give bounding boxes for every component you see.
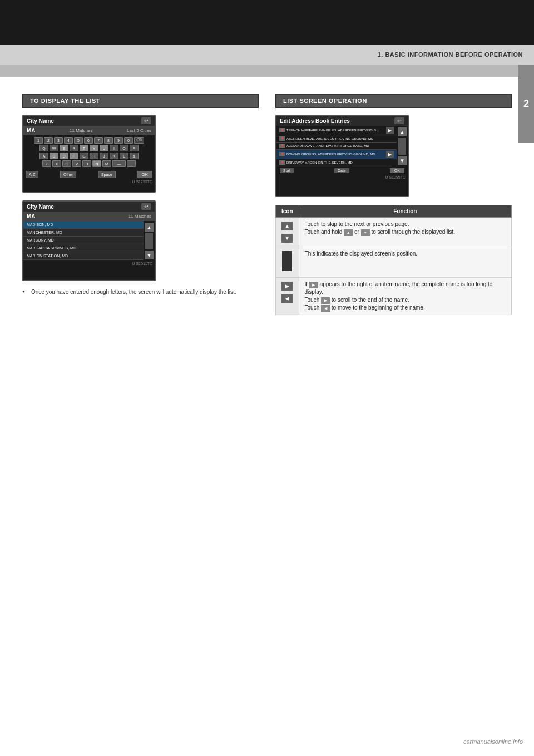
addr-type-icon: 📍 [279, 136, 285, 141]
addr-list-item[interactable]: 📍 ABERDEEN BLVD, ABERDEEN PROVING GROUND… [276, 135, 397, 143]
key-f[interactable]: F [70, 153, 78, 159]
right-scroll-icon: ▶ [281, 282, 293, 291]
right-icon-inline2: ▶ [321, 297, 330, 304]
back-button[interactable]: ↩ [141, 117, 151, 124]
date-button[interactable]: Date [334, 168, 349, 173]
down-arrow-icon: ▼ [281, 234, 293, 243]
key-d[interactable]: D [60, 153, 68, 159]
right-section-title: LIST SCREEN OPERATION [275, 94, 512, 108]
key-9[interactable]: 9 [114, 137, 123, 144]
key-x[interactable]: X [52, 160, 61, 167]
addr-scroll-indicator [398, 138, 406, 155]
list-with-scroll: MADISON, MD MANCHESTER, MD MARBURY, MD M… [23, 221, 155, 261]
key-5[interactable]: 5 [74, 137, 83, 144]
key-8[interactable]: 8 [104, 137, 113, 144]
key-t[interactable]: T [80, 145, 88, 151]
addr-text: DRIVEWAY, ARDEN-ON-THE-SEVERN, MD [286, 161, 394, 164]
ok-button[interactable]: OK [137, 171, 152, 178]
left-section-title: TO DISPLAY THE LIST [22, 94, 259, 108]
addr-list-item[interactable]: 📍 BOWING GROUND, ABERDEEN PROVING GROUND… [276, 150, 397, 159]
addr-text: TRENCH WARFARE RANGE RD, ABERDEEN PROVIN… [286, 129, 386, 132]
key-0[interactable]: 0 [124, 137, 133, 144]
keyboard-area: 1 2 3 4 5 6 7 8 9 0 ⌫ Q W [23, 135, 155, 170]
key-g[interactable]: G [80, 153, 88, 159]
list-item[interactable]: MARBURY, MD [23, 237, 144, 244]
key-backspace[interactable]: ⌫ [134, 137, 144, 144]
az-button[interactable]: A-Z [26, 171, 38, 178]
key-1[interactable]: 1 [34, 137, 43, 144]
list-item[interactable]: MANCHESTER, MD [23, 229, 144, 237]
list-matches: 11 Matches [128, 214, 151, 219]
addr-back-button[interactable]: ↩ [394, 117, 404, 124]
key-dot[interactable]: . [127, 160, 136, 167]
key-s[interactable]: S [50, 153, 58, 159]
keyboard-row-asdf: A S D F G H J K L & [26, 153, 152, 159]
key-4[interactable]: 4 [64, 137, 73, 144]
key-z[interactable]: Z [42, 160, 51, 167]
key-l[interactable]: L [120, 153, 128, 159]
key-m[interactable]: M [102, 160, 111, 167]
screen1-version: U S1295TC [23, 179, 155, 184]
list-item[interactable]: MARION STATION, MD [23, 252, 144, 260]
key-y[interactable]: Y [90, 145, 98, 151]
addr-list-item[interactable]: 📍 TRENCH WARFARE RANGE RD, ABERDEEN PROV… [276, 126, 397, 135]
table-icon-cell: ▲ ▼ [276, 218, 299, 247]
matches-count: 11 Matches [70, 128, 92, 133]
key-7[interactable]: 7 [94, 137, 103, 144]
other-button[interactable]: Other [60, 171, 77, 178]
list-input-value: MA [27, 213, 36, 219]
key-e[interactable]: E [60, 145, 68, 151]
key-n[interactable]: N [92, 160, 101, 167]
addr-type-icon: 📍 [279, 144, 285, 148]
key-r[interactable]: R [70, 145, 78, 151]
sort-button[interactable]: Sort [280, 168, 294, 173]
screen-header: City Name ↩ [23, 116, 155, 126]
addr-screen-header: Edit Address Book Entries ↩ [276, 116, 408, 126]
key-p[interactable]: P [130, 145, 139, 151]
key-h[interactable]: H [90, 153, 98, 159]
scroll-down-button[interactable]: ▼ [145, 251, 154, 259]
key-b[interactable]: B [82, 160, 91, 167]
table-row: ▲ ▼ Touch to skip to the next or previou… [276, 218, 512, 247]
addr-list-item[interactable]: 📍 ALEXANDRIA AVE, ANDREWS AIR FORCE BASE… [276, 143, 397, 150]
addr-scroll-up[interactable]: ▲ [398, 127, 407, 136]
addr-list-item[interactable]: 📍 DRIVEWAY, ARDEN-ON-THE-SEVERN, MD [276, 159, 397, 166]
address-book-screen: Edit Address Book Entries ↩ 📍 TRENCH WAR… [275, 115, 409, 197]
bullet-note: Once you have entered enough letters, th… [22, 289, 259, 295]
addr-list-col: 📍 TRENCH WARFARE RANGE RD, ABERDEEN PROV… [276, 126, 397, 166]
key-a[interactable]: A [39, 153, 48, 159]
key-w[interactable]: W [50, 145, 58, 151]
watermark: carmanualsonline.info [463, 738, 523, 745]
key-k[interactable]: K [110, 153, 118, 159]
table-scroll-text: If ▶ appears to the right of an item nam… [299, 278, 511, 315]
key-c[interactable]: C [62, 160, 71, 167]
key-j[interactable]: J [100, 153, 108, 159]
key-amp[interactable]: & [130, 153, 139, 159]
key-2[interactable]: 2 [44, 137, 53, 144]
addr-scroll-right-icon[interactable]: ▶ [386, 127, 394, 134]
addr-screen-version: U S1295TC [276, 175, 408, 180]
table-header-function: Function [299, 205, 511, 218]
addr-scroll-right-icon2[interactable]: ▶ [386, 151, 394, 158]
scroll-up-button[interactable]: ▲ [145, 223, 154, 232]
key-u[interactable]: U [100, 145, 108, 151]
key-q[interactable]: Q [39, 145, 48, 151]
key-3[interactable]: 3 [54, 137, 63, 144]
addr-ok-button[interactable]: OK [390, 168, 404, 173]
top-bar [0, 0, 534, 45]
key-i[interactable]: I [110, 145, 118, 151]
city-name-keyboard-screen: City Name ↩ MA 11 Matches Last 5 Cities … [22, 115, 156, 193]
list-item[interactable]: MARGARITA SPRINGS, MD [23, 244, 144, 252]
key-v[interactable]: V [72, 160, 81, 167]
last-cities: Last 5 Cities [127, 128, 151, 133]
key-o[interactable]: O [120, 145, 128, 151]
space-button[interactable]: Space [98, 171, 116, 178]
key-6[interactable]: 6 [84, 137, 93, 144]
list-item[interactable]: MADISON, MD [23, 221, 144, 229]
addr-scroll-down[interactable]: ▼ [398, 156, 407, 165]
table-function-text: Touch to skip to the next or previous pa… [299, 218, 511, 247]
key-dash[interactable]: — [112, 160, 126, 167]
keyboard-bottom: A-Z Other Space OK [23, 170, 155, 179]
addr-scroll-col: ▲ ▼ [397, 126, 408, 166]
list-back-button[interactable]: ↩ [141, 203, 151, 210]
